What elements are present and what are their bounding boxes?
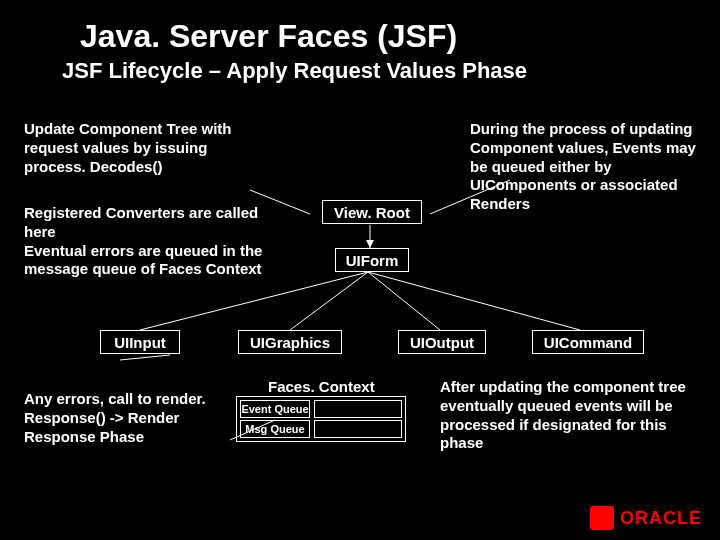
node-uioutput: UIOutput (398, 330, 486, 354)
svg-line-2 (140, 272, 368, 330)
svg-line-5 (368, 272, 580, 330)
svg-line-6 (120, 355, 170, 360)
node-uigraphics: UIGraphics (238, 330, 342, 354)
faces-msg-queue-slot (314, 420, 402, 438)
note-events-queued: During the process of updating Component… (470, 120, 710, 214)
svg-line-3 (290, 272, 368, 330)
svg-line-4 (368, 272, 440, 330)
brand-name: ORACLE (620, 508, 702, 529)
slide-subtitle: JSF Lifecycle – Apply Request Values Pha… (62, 58, 527, 84)
faces-msg-queue-label: Msg Queue (240, 420, 310, 438)
faces-context-title: Faces. Context (268, 378, 375, 395)
node-uicommand: UICommand (532, 330, 644, 354)
node-uiform: UIForm (335, 248, 409, 272)
note-update-tree: Update Component Tree with request value… (24, 120, 264, 176)
footer: ORACLE (0, 490, 720, 540)
faces-event-queue-slot (314, 400, 402, 418)
node-viewroot: View. Root (322, 200, 422, 224)
svg-marker-1 (366, 240, 374, 248)
note-render-response: Any errors, call to render. Response() -… (24, 390, 234, 446)
faces-event-queue-label: Event Queue (240, 400, 310, 418)
note-process-events: After updating the component tree eventu… (440, 378, 698, 453)
slide-title: Java. Server Faces (JSF) (80, 18, 457, 55)
brand: ORACLE (590, 506, 702, 530)
note-converters: Registered Converters are called here Ev… (24, 204, 284, 279)
node-uiinput: UIInput (100, 330, 180, 354)
brand-logo-icon (590, 506, 614, 530)
